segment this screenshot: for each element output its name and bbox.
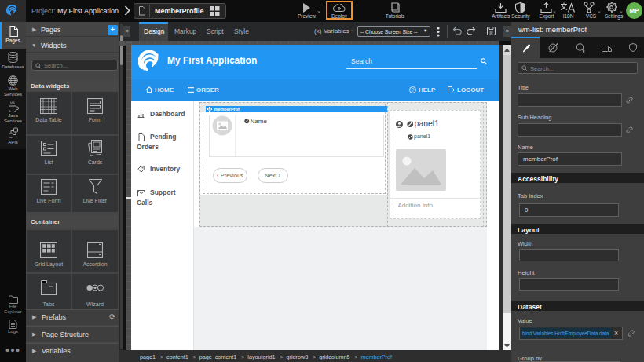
svg-text:?: ? — [412, 87, 415, 93]
